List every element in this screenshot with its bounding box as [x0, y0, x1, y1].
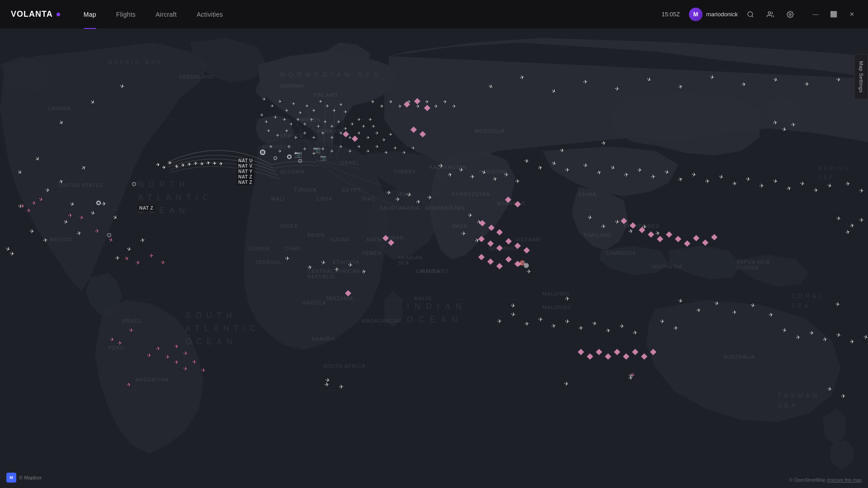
map-settings-tab[interactable]: Map Settings [854, 54, 868, 99]
header-right: 15:05Z M mariodonick — ⬜ ✕ [661, 5, 868, 23]
svg-point-0 [748, 12, 753, 17]
airport-marker [260, 150, 265, 155]
map-container[interactable]: Canada United States Mexico Brazil Peru … [0, 29, 868, 488]
map-attribution[interactable]: © OpenStreetMap Improve this map [789, 478, 862, 483]
minimize-button[interactable]: — [807, 5, 825, 23]
world-map [0, 29, 868, 488]
airport-marker [107, 233, 111, 237]
nav-activities[interactable]: Activities [188, 0, 232, 29]
mapbox-icon: M [6, 473, 16, 483]
close-button[interactable]: ✕ [843, 5, 861, 23]
people-icon [767, 11, 774, 18]
user-avatar: M [689, 8, 703, 21]
nav-map[interactable]: Map [75, 0, 105, 29]
settings-button[interactable] [783, 7, 797, 22]
titlebar: VOLANTA Map Flights Aircraft Activities … [0, 0, 868, 29]
username: mariodonick [706, 11, 738, 18]
airport-marker [132, 182, 136, 186]
maximize-button[interactable]: ⬜ [825, 5, 843, 23]
airport-marker [298, 159, 302, 163]
window-controls: — ⬜ ✕ [807, 5, 861, 23]
nav-aircraft[interactable]: Aircraft [146, 0, 186, 29]
svg-point-1 [768, 12, 770, 14]
search-icon [747, 11, 754, 18]
nav-flights[interactable]: Flights [107, 0, 145, 29]
user-badge[interactable]: M mariodonick [689, 8, 738, 21]
search-button[interactable] [743, 7, 758, 22]
time-display: 15:05Z [661, 11, 679, 18]
navigation: Map Flights Aircraft Activities [71, 0, 232, 29]
mapbox-logo: M © Mapbox [6, 473, 42, 483]
gear-icon [787, 11, 794, 18]
community-button[interactable] [763, 7, 778, 22]
logo[interactable]: VOLANTA [0, 9, 71, 19]
airport-marker [274, 156, 277, 160]
logo-text: VOLANTA [11, 9, 53, 19]
airport-marker [96, 201, 101, 205]
svg-point-2 [789, 14, 791, 15]
mapbox-text: © Mapbox [19, 475, 42, 480]
airport-marker [287, 155, 292, 159]
logo-dot [57, 13, 60, 16]
